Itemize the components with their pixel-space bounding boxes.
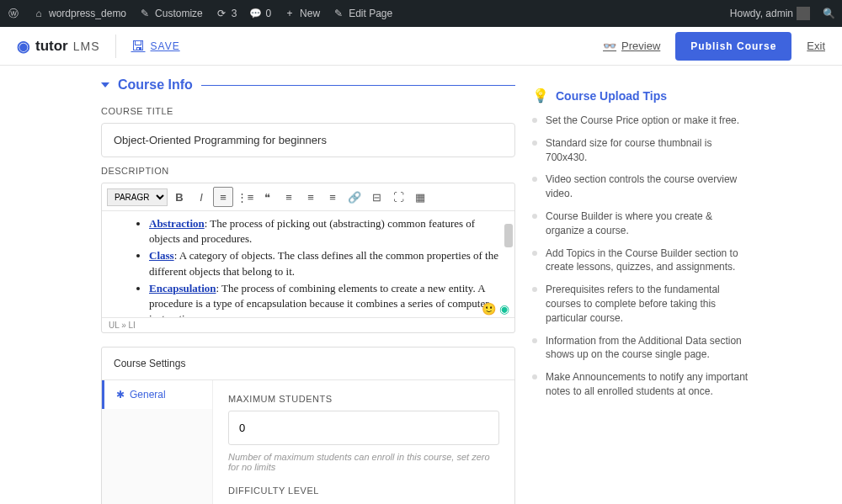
emoji-icon[interactable]: 🙂	[482, 302, 496, 316]
tutor-logo: ◉ tutor LMS	[17, 37, 100, 56]
more-button[interactable]: ⊟	[366, 187, 386, 207]
editor-bar: ◉ tutor LMS 🖫 SAVE 👓 Preview Publish Cou…	[0, 27, 842, 66]
format-dropdown[interactable]: PARAGR…	[107, 188, 168, 206]
tips-list: Set the Course Price option or make it f…	[532, 114, 751, 399]
publish-button[interactable]: Publish Course	[675, 32, 791, 61]
plus-icon: +	[283, 7, 296, 20]
divider	[115, 34, 116, 58]
toolbar-toggle-button[interactable]: ▦	[410, 187, 430, 207]
grammarly-icon[interactable]: ◉	[499, 302, 509, 316]
tab-general-label: General	[130, 389, 166, 401]
tip-item: Prerequisites refers to the fundamental …	[532, 283, 751, 325]
save-button[interactable]: 🖫 SAVE	[131, 39, 180, 54]
save-label: SAVE	[151, 40, 180, 52]
logo-suffix: LMS	[73, 40, 100, 53]
tips-header: 💡 Course Upload Tips	[532, 88, 751, 103]
description-editor: PARAGR… B I ≡ ⋮≡ ❝ ≡ ≡ ≡ 🔗 ⊟ ⛶ ▦ Abstrac…	[101, 183, 515, 333]
customize-label: Customize	[155, 8, 203, 19]
search-link[interactable]: 🔍	[822, 7, 835, 20]
bold-button[interactable]: B	[169, 187, 189, 207]
avatar	[797, 7, 810, 20]
align-right-button[interactable]: ≡	[322, 187, 343, 207]
save-icon: 🖫	[131, 39, 146, 54]
wp-admin-bar: ⓦ ⌂wordpress_demo ✎Customize ⟳3 💬0 +New …	[0, 0, 842, 27]
logo-icon: ◉	[17, 37, 30, 56]
section-title: Course Info	[118, 77, 193, 93]
difficulty-label: DIFFICULTY LEVEL	[228, 485, 499, 496]
quote-button[interactable]: ❝	[257, 187, 277, 207]
gear-icon: ✱	[116, 389, 125, 401]
home-icon: ⌂	[32, 7, 45, 20]
tip-item: Course Builder is where you create & org…	[532, 210, 751, 238]
editor-path: UL » LI	[102, 317, 514, 332]
scrollbar-thumb[interactable]	[504, 224, 513, 247]
chevron-down-icon[interactable]	[101, 82, 109, 88]
updates-link[interactable]: ⟳3	[215, 7, 237, 20]
new-link[interactable]: +New	[283, 7, 320, 20]
description-label: DESCRIPTION	[101, 166, 515, 176]
tip-item: Video section controls the course overvi…	[532, 172, 751, 201]
edit-page-label: Edit Page	[349, 8, 392, 19]
ul-button[interactable]: ≡	[213, 187, 233, 207]
bullet-item: Class: A category of objects. The class …	[149, 248, 501, 279]
section-header: Course Info	[101, 77, 515, 93]
tab-general[interactable]: ✱ General	[102, 380, 212, 409]
howdy-label: Howdy, admin	[730, 8, 793, 19]
editor-toolbar: PARAGR… B I ≡ ⋮≡ ❝ ≡ ≡ ≡ 🔗 ⊟ ⛶ ▦	[102, 183, 514, 211]
tip-item: Set the Course Price option or make it f…	[532, 114, 751, 128]
brush-icon: ✎	[138, 7, 152, 20]
site-name: wordpress_demo	[49, 8, 126, 19]
settings-tabs: ✱ General	[102, 380, 213, 504]
ol-button[interactable]: ⋮≡	[235, 187, 255, 207]
bullet-item: Abstraction: The process of picking out …	[149, 216, 501, 247]
comments-count: 0	[265, 8, 271, 19]
align-center-button[interactable]: ≡	[301, 187, 321, 207]
preview-label: Preview	[621, 40, 660, 52]
tip-item: Make Announcements to notify any importa…	[532, 370, 751, 399]
italic-button[interactable]: I	[191, 187, 211, 207]
glasses-icon: 👓	[603, 40, 616, 52]
tip-item: Standard size for course thumbnail is 70…	[532, 136, 751, 165]
editor-content[interactable]: Abstraction: The process of picking out …	[102, 211, 514, 317]
bullet-item: Encapsulation: The process of combining …	[149, 281, 501, 317]
tip-item: Information from the Additional Data sec…	[532, 334, 751, 363]
settings-header: Course Settings	[102, 347, 514, 380]
howdy-link[interactable]: Howdy, admin	[730, 7, 810, 20]
refresh-icon: ⟳	[215, 7, 228, 20]
exit-button[interactable]: Exit	[807, 40, 825, 52]
max-students-hint: Number of maximum students can enroll in…	[228, 452, 499, 472]
logo-text: tutor	[35, 38, 68, 55]
search-icon: 🔍	[822, 7, 835, 20]
title-label: COURSE TITLE	[101, 106, 515, 116]
fullscreen-button[interactable]: ⛶	[388, 187, 408, 207]
comments-link[interactable]: 💬0	[248, 7, 271, 20]
customize-link[interactable]: ✎Customize	[138, 7, 203, 20]
course-settings: Course Settings ✱ General MAXIMUM STUDEN…	[101, 347, 515, 504]
max-students-label: MAXIMUM STUDENTS	[228, 394, 499, 404]
new-label: New	[300, 8, 320, 19]
tips-title: Course Upload Tips	[556, 89, 667, 103]
max-students-input[interactable]	[228, 411, 499, 445]
course-title-input[interactable]	[101, 123, 515, 157]
pencil-icon: ✎	[332, 7, 345, 20]
lightbulb-icon: 💡	[532, 88, 549, 103]
preview-button[interactable]: 👓 Preview	[603, 40, 660, 52]
align-left-button[interactable]: ≡	[279, 187, 299, 207]
updates-count: 3	[232, 8, 237, 19]
site-link[interactable]: ⌂wordpress_demo	[32, 7, 126, 20]
wp-logo-link[interactable]: ⓦ	[7, 7, 20, 20]
edit-page-link[interactable]: ✎Edit Page	[332, 7, 392, 20]
wordpress-icon: ⓦ	[7, 7, 20, 20]
tip-item: Add Topics in the Course Builder section…	[532, 247, 751, 275]
comment-icon: 💬	[248, 7, 262, 20]
link-button[interactable]: 🔗	[344, 187, 365, 207]
